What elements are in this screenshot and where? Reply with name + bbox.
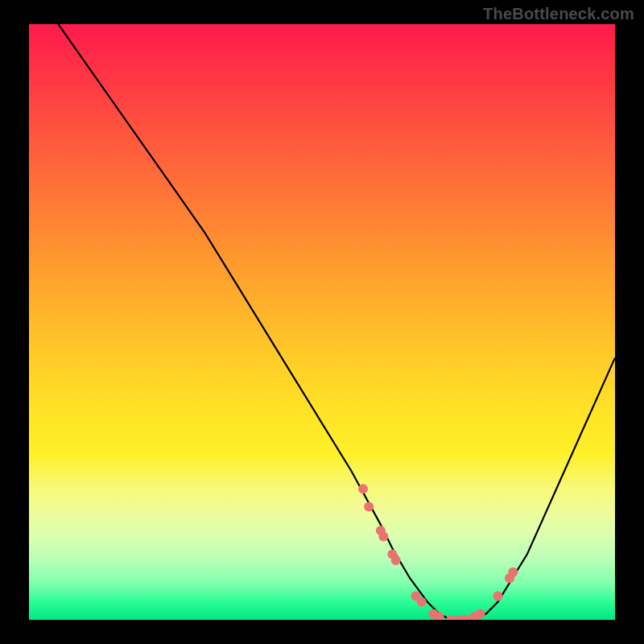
plot-area bbox=[29, 24, 615, 620]
curve-layer bbox=[29, 24, 615, 620]
data-marker bbox=[493, 591, 502, 601]
data-marker bbox=[476, 609, 485, 619]
curve-markers bbox=[358, 484, 518, 620]
data-marker bbox=[417, 597, 427, 607]
watermark-text: TheBottleneck.com bbox=[483, 5, 634, 23]
data-marker bbox=[508, 568, 518, 577]
data-marker bbox=[358, 484, 368, 493]
bottleneck-curve bbox=[58, 24, 615, 620]
data-marker bbox=[364, 502, 374, 511]
data-marker bbox=[391, 555, 401, 565]
chart-frame: TheBottleneck.com bbox=[0, 0, 644, 644]
data-marker bbox=[446, 615, 456, 620]
data-marker bbox=[378, 531, 388, 541]
